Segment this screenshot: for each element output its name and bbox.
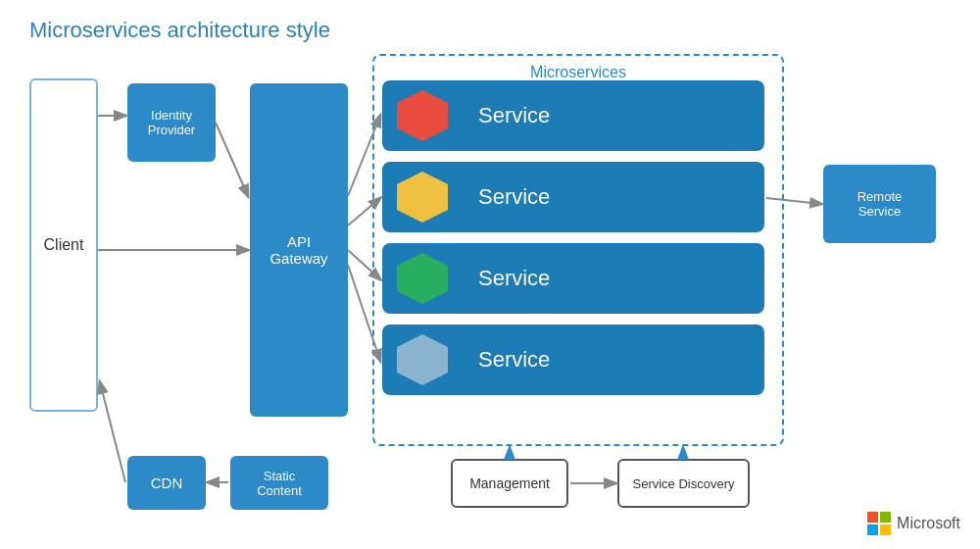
service-label-4: Service bbox=[478, 347, 550, 373]
hex-green-wrapper bbox=[394, 250, 451, 307]
service-discovery-label: Service Discovery bbox=[632, 476, 734, 491]
service-label-1: Service bbox=[478, 103, 550, 128]
service-row-2: Service bbox=[382, 162, 764, 232]
service-row-4: Service bbox=[382, 324, 764, 395]
static-content-label: StaticContent bbox=[257, 469, 302, 498]
client-box: Client bbox=[29, 78, 98, 412]
arrow-identity-to-gateway bbox=[216, 123, 248, 196]
ms-blue-square bbox=[867, 524, 878, 535]
hex-yellow-wrapper bbox=[394, 169, 451, 225]
service-discovery-box: Service Discovery bbox=[617, 459, 750, 508]
hex-green bbox=[397, 253, 448, 304]
hex-bluegray bbox=[397, 334, 448, 385]
ms-green-square bbox=[880, 512, 891, 523]
ms-yellow-square bbox=[880, 524, 891, 535]
static-content-box: StaticContent bbox=[230, 456, 328, 510]
identity-provider-box: IdentityProvider bbox=[127, 83, 216, 162]
hex-red bbox=[397, 90, 448, 141]
service-row-1: Service bbox=[382, 80, 764, 151]
client-label: Client bbox=[44, 236, 84, 254]
cdn-label: CDN bbox=[151, 474, 183, 491]
hex-bluegray-wrapper bbox=[394, 331, 451, 388]
microsoft-squares bbox=[867, 512, 891, 535]
service-label-3: Service bbox=[478, 266, 550, 291]
identity-provider-label: IdentityProvider bbox=[148, 108, 195, 137]
hex-yellow bbox=[397, 172, 448, 223]
page-title: Microservices architecture style bbox=[29, 18, 330, 43]
cdn-box: CDN bbox=[127, 456, 206, 510]
microservices-label: Microservices bbox=[522, 64, 634, 81]
microsoft-logo: Microsoft bbox=[867, 512, 960, 535]
service-row-3: Service bbox=[382, 243, 764, 314]
arrow-cdn-to-client bbox=[100, 382, 125, 482]
microsoft-label: Microsoft bbox=[897, 515, 960, 532]
api-gateway-label: APIGateway bbox=[270, 233, 327, 267]
remote-service-label: RemoteService bbox=[858, 189, 903, 219]
ms-red-square bbox=[867, 512, 878, 523]
management-label: Management bbox=[469, 475, 550, 491]
service-label-2: Service bbox=[478, 184, 550, 210]
hex-red-wrapper bbox=[394, 87, 451, 144]
management-box: Management bbox=[451, 459, 568, 508]
remote-service-box: RemoteService bbox=[823, 165, 936, 243]
api-gateway-box: APIGateway bbox=[250, 83, 348, 417]
